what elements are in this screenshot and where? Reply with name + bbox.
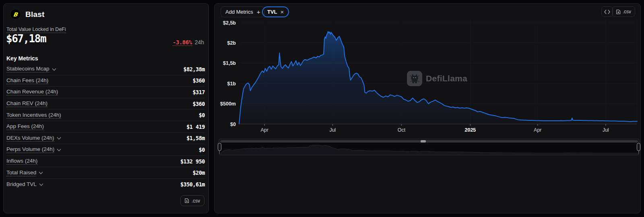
brush-scrollbar[interactable] [220, 140, 638, 143]
metric-value: $360 [192, 77, 205, 84]
metric-row[interactable]: Total Raised$20m [6, 167, 205, 179]
chevron-down-icon[interactable] [39, 170, 43, 174]
svg-text:$1b: $1b [227, 81, 236, 87]
svg-text:$2,5b: $2,5b [223, 20, 236, 26]
key-metrics-list: Stablecoins Mcap$82,38mChain Fees (24h)$… [6, 64, 205, 190]
metric-label: Token Incentives (24h) [6, 112, 61, 119]
blast-logo-icon: B [10, 9, 21, 20]
metric-label: Stablecoins Mcap [6, 66, 56, 72]
metric-label: Chain REV (24h) [6, 100, 47, 107]
metric-label: Chain Revenue (24h) [6, 89, 58, 95]
defillama-chain-page: { "left_panel": { "chain_name": "Blast",… [0, 0, 644, 217]
metric-label: DEXs Volume (24h) [6, 135, 60, 142]
svg-text:2025: 2025 [464, 127, 476, 133]
tvl-value: $67,18m [6, 33, 46, 45]
metric-row[interactable]: Perps Volume (24h)$0 [6, 144, 205, 156]
brush-right-handle[interactable] [637, 143, 640, 151]
metric-value: $0 [199, 112, 205, 118]
tvl-label: Total Value Locked in DeFi [6, 27, 66, 32]
metric-label: App Fees (24h) [6, 123, 44, 130]
tvl-change-percent: -3.86% [173, 39, 192, 46]
svg-text:$1,5b: $1,5b [223, 60, 236, 66]
metric-row[interactable]: App Fees (24h)$1 419 [6, 121, 205, 133]
metric-row[interactable]: Chain Fees (24h)$360 [6, 75, 205, 87]
svg-text:$0: $0 [230, 122, 236, 127]
svg-text:Oct: Oct [398, 127, 406, 133]
metric-row[interactable]: DEXs Volume (24h)$1,58m [6, 133, 205, 145]
metric-value: $1 419 [186, 124, 205, 130]
svg-text:Jul: Jul [603, 127, 609, 133]
chain-title: Blast [25, 10, 44, 19]
svg-text:Apr: Apr [534, 127, 541, 133]
brush-left-handle[interactable] [218, 143, 221, 151]
key-metrics-title: Key Metrics [6, 55, 38, 62]
metric-row[interactable]: Chain REV (24h)$360 [6, 98, 205, 110]
metric-value: $350,61m [180, 181, 205, 188]
tvl-area-chart[interactable]: $0$500m$1b$1,5b$2b$2,5bAprJulOct2025AprJ… [215, 4, 641, 138]
metric-label: Perps Volume (24h) [6, 146, 60, 153]
metric-row[interactable]: Stablecoins Mcap$82,38m [6, 64, 205, 75]
metric-value: $132 950 [180, 158, 205, 165]
metric-label: Bridged TVL [6, 181, 43, 188]
svg-text:$2b: $2b [227, 40, 236, 46]
metric-value: $317 [192, 89, 205, 95]
chain-header: B Blast [10, 9, 44, 20]
metric-value: $1,58m [186, 135, 205, 141]
brush-minimap-chart[interactable] [220, 143, 638, 154]
brush-scrollbar-thumb[interactable] [421, 140, 426, 143]
chart-time-brush[interactable] [219, 139, 639, 155]
metric-row[interactable]: Token Incentives (24h)$0 [6, 110, 205, 121]
chevron-down-icon[interactable] [57, 136, 61, 140]
chevron-down-icon[interactable] [39, 182, 43, 186]
metric-row[interactable]: Bridged TVL$350,61m [6, 179, 205, 190]
chain-overview-panel: B Blast Total Value Locked in DeFi $67,1… [3, 3, 209, 213]
svg-text:Apr: Apr [260, 127, 268, 133]
metric-row[interactable]: Chain Revenue (24h)$317 [6, 87, 205, 98]
metric-label: Chain Fees (24h) [6, 77, 48, 84]
metric-value: $360 [192, 101, 205, 107]
metric-row[interactable]: Inflows (24h)$132 950 [6, 156, 205, 167]
metric-label: Inflows (24h) [6, 158, 37, 165]
tvl-change-period: 24h [195, 39, 204, 45]
download-csv-button[interactable]: .csv [180, 195, 204, 206]
svg-text:$500m: $500m [220, 101, 236, 107]
chevron-down-icon[interactable] [52, 66, 56, 70]
blast-logo-letter: B [13, 11, 18, 18]
svg-text:Jul: Jul [329, 127, 336, 133]
metric-value: $82,38m [184, 66, 205, 72]
chart-panel: Add Metrics + TVL × .csv $0$500m$1b$1,5b… [214, 3, 641, 213]
metric-value: $20m [192, 169, 205, 176]
chevron-down-icon[interactable] [57, 147, 61, 151]
metric-value: $0 [199, 147, 205, 153]
file-download-icon [185, 198, 189, 203]
tvl-change: -3.86% 24h [173, 39, 204, 46]
metric-label: Total Raised [6, 169, 42, 176]
